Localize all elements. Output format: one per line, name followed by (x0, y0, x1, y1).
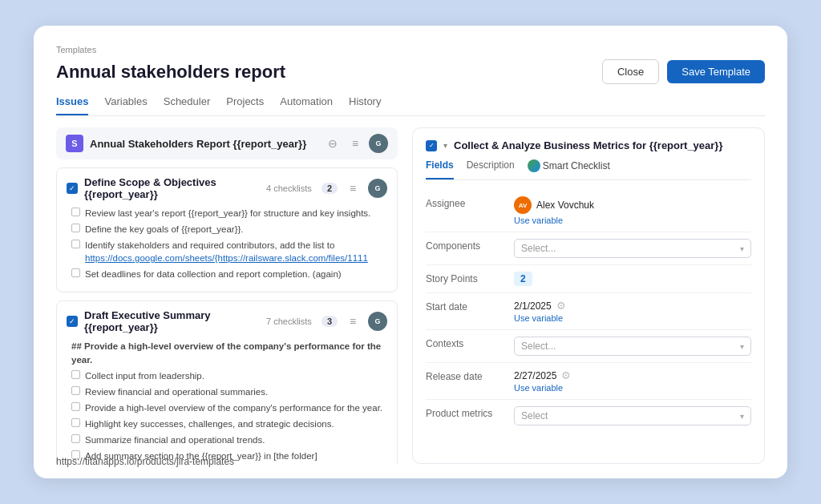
chevron-down-icon: ▾ (740, 244, 744, 253)
smart-checklist-icon (528, 159, 540, 172)
field-label-assignee: Assignee (426, 196, 506, 209)
field-label-contexts: Contexts (426, 337, 506, 349)
main-tabs: Issues Variables Scheduler Projects Auto… (56, 95, 765, 116)
save-template-button[interactable]: Save Template (667, 60, 765, 83)
components-select[interactable]: Select... ▾ (514, 239, 751, 258)
issue-1-drag-icon[interactable]: ≡ (344, 179, 362, 197)
minus-icon[interactable]: ⊖ (324, 135, 342, 152)
report-header: S Annual Stakeholders Report {{report_ye… (56, 127, 398, 159)
field-row-release-date: Release date 2/27/2025 ⚙ Use variable (426, 363, 751, 400)
field-value-assignee: AV Alex Vovchuk Use variable (514, 196, 751, 225)
field-value-start-date: 2/1/2025 ⚙ Use variable (514, 300, 751, 323)
mini-checkbox[interactable] (71, 224, 80, 232)
right-panel: ✓ ▾ Collect & Analyze Business Metrics f… (412, 127, 765, 464)
issue-1-checklist-count: 4 checklists (266, 183, 312, 193)
field-label-story-points: Story Points (426, 272, 506, 284)
field-row-components: Components Select... ▾ (426, 232, 751, 265)
issue-card-2: ✓ Draft Executive Summary {{report_year}… (56, 300, 398, 464)
checklist-item: Review last year's report {{report_year}… (71, 207, 387, 220)
issue-1-checklist: Review last year's report {{report_year}… (67, 207, 387, 280)
drag-icon[interactable]: ≡ (346, 135, 364, 152)
issue-2-checkbox[interactable]: ✓ (67, 316, 78, 327)
story-points-badge: 2 (514, 272, 532, 286)
issue-2-title: Draft Executive Summary {{report_year}} (84, 309, 260, 333)
right-panel-tabs: Fields Description Smart Checklist (426, 159, 751, 180)
field-value-release-date: 2/27/2025 ⚙ Use variable (514, 369, 751, 393)
checklist-item: Highlight key successes, challenges, and… (71, 417, 387, 430)
footer-url: https://titanapps.io/products/jira-templ… (56, 456, 234, 467)
chevron-down-icon[interactable]: ▾ (443, 141, 447, 150)
field-value-product-metrics: Select ▾ (514, 406, 751, 425)
issue-2-avatar: G (368, 312, 387, 331)
field-value-components: Select... ▾ (514, 239, 751, 258)
breadcrumb: Templates (56, 45, 765, 54)
checklist-item: Define the key goals of {{report_year}}. (71, 223, 387, 236)
main-card: Templates Annual stakeholders report Clo… (34, 26, 787, 478)
issue-2-count-badge: 3 (322, 316, 338, 327)
tab-variables[interactable]: Variables (104, 95, 147, 115)
page-title: Annual stakeholders report (56, 62, 285, 83)
issue-card-1: ✓ Define Scope & Objectives {{report_yea… (56, 167, 398, 292)
avatar: G (369, 134, 388, 153)
checklist-item: Set deadlines for data collection and re… (71, 268, 387, 280)
field-label-components: Components (426, 239, 506, 252)
field-row-contexts: Contexts Select... ▾ (426, 330, 751, 363)
mini-checkbox[interactable] (71, 370, 80, 379)
close-button[interactable]: Close (602, 59, 659, 84)
field-row-assignee: Assignee AV Alex Vovchuk Use variable (426, 190, 751, 232)
tab-smart-checklist[interactable]: Smart Checklist (528, 159, 610, 179)
release-date-use-variable[interactable]: Use variable (514, 383, 751, 393)
right-panel-header: ✓ ▾ Collect & Analyze Business Metrics f… (426, 139, 751, 151)
assignee-use-variable[interactable]: Use variable (514, 216, 751, 225)
header-row: Annual stakeholders report Close Save Te… (56, 59, 765, 84)
chevron-down-icon: ▾ (740, 342, 744, 351)
mini-checkbox[interactable] (71, 402, 80, 411)
mini-checkbox[interactable] (71, 434, 80, 443)
issue-card-1-header: ✓ Define Scope & Objectives {{report_yea… (67, 176, 387, 200)
tab-automation[interactable]: Automation (280, 95, 333, 115)
mini-checkbox[interactable] (71, 208, 80, 216)
assignee-name: Alex Vovchuk (536, 200, 594, 211)
field-label-product-metrics: Product metrics (426, 406, 506, 419)
gear-icon[interactable]: ⚙ (561, 369, 571, 381)
tab-projects[interactable]: Projects (226, 95, 264, 115)
field-value-contexts: Select... ▾ (514, 337, 751, 356)
tab-scheduler[interactable]: Scheduler (164, 95, 211, 115)
start-date-use-variable[interactable]: Use variable (514, 313, 751, 323)
issue-card-2-header: ✓ Draft Executive Summary {{report_year}… (67, 309, 387, 333)
right-panel-checkbox[interactable]: ✓ (426, 140, 437, 151)
issue-1-title: Define Scope & Objectives {{report_year}… (84, 176, 260, 200)
checklist-item: Identify stakeholders and required contr… (71, 239, 387, 264)
report-header-title: Annual Stakeholders Report {{report_year… (90, 138, 317, 150)
tab-issues[interactable]: Issues (56, 95, 88, 115)
field-label-start-date: Start date (426, 300, 506, 312)
issue-2-checklist-count: 7 checklists (266, 317, 312, 326)
assignee-avatar: AV (514, 196, 532, 214)
mini-checkbox[interactable] (71, 240, 80, 248)
field-row-start-date: Start date 2/1/2025 ⚙ Use variable (426, 293, 751, 330)
checklist-item: ## Provide a high-level overview of the … (71, 340, 387, 365)
product-metrics-select[interactable]: Select ▾ (514, 406, 751, 425)
mini-checkbox[interactable] (71, 268, 80, 277)
release-date-value: 2/27/2025 (514, 370, 556, 381)
left-panel: S Annual Stakeholders Report {{report_ye… (56, 127, 401, 464)
issue-1-checkbox[interactable]: ✓ (67, 183, 78, 194)
issue-2-checklist: ## Provide a high-level overview of the … (67, 340, 387, 464)
field-value-story-points: 2 (514, 272, 751, 286)
fields-table: Assignee AV Alex Vovchuk Use variable Co… (426, 190, 751, 432)
contexts-select[interactable]: Select... ▾ (514, 337, 751, 356)
checklist-item: Collect input from leadership. (71, 369, 387, 382)
issue-1-count-badge: 2 (322, 183, 338, 194)
main-content: S Annual Stakeholders Report {{report_ye… (56, 127, 765, 464)
mini-checkbox[interactable] (71, 386, 80, 395)
issue-2-drag-icon[interactable]: ≡ (344, 312, 362, 330)
tab-fields[interactable]: Fields (426, 159, 454, 179)
tab-description[interactable]: Description (467, 159, 515, 179)
checklist-item: Summarize financial and operational tren… (71, 433, 387, 446)
field-row-story-points: Story Points 2 (426, 265, 751, 293)
mini-checkbox[interactable] (71, 418, 80, 427)
gear-icon[interactable]: ⚙ (556, 300, 566, 312)
report-header-actions: ⊖ ≡ G (324, 134, 388, 153)
tab-history[interactable]: History (349, 95, 381, 115)
start-date-value: 2/1/2025 (514, 300, 552, 312)
